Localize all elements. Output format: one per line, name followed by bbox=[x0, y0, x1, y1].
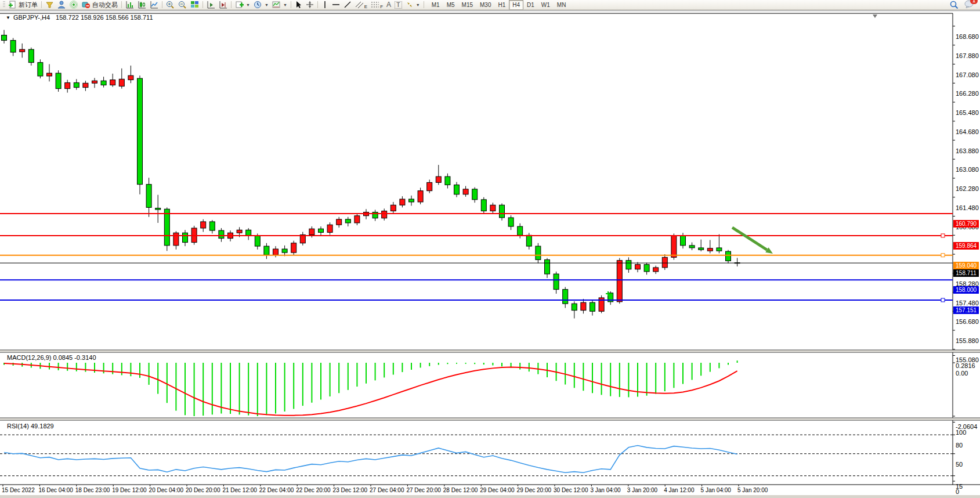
signals-icon bbox=[70, 1, 78, 9]
horizontal-line-icon bbox=[332, 1, 340, 9]
signals-button[interactable] bbox=[68, 1, 80, 9]
arrows-icon bbox=[406, 1, 414, 9]
candle-body bbox=[273, 249, 279, 255]
price-tick-label: 164.680 bbox=[956, 128, 979, 135]
candle-body bbox=[418, 191, 423, 202]
timeframe-button-m1[interactable]: M1 bbox=[428, 0, 443, 10]
timeframe-button-m5[interactable]: M5 bbox=[443, 0, 458, 10]
vertical-line-icon bbox=[321, 1, 328, 9]
macd-axis-label: 0.00 bbox=[956, 370, 968, 377]
date-label: 22 Dec 04:00 bbox=[259, 487, 294, 493]
cursor-button[interactable] bbox=[293, 1, 304, 9]
text-label-button[interactable]: T bbox=[393, 1, 404, 9]
new-order-button[interactable]: 新订单 bbox=[6, 1, 39, 9]
bar-chart-button[interactable] bbox=[124, 1, 136, 9]
candlestick-button[interactable] bbox=[136, 1, 148, 9]
auto-trading-button[interactable]: 自动交易 bbox=[80, 1, 120, 9]
candle-body bbox=[390, 205, 396, 211]
candle-body bbox=[146, 185, 151, 208]
chart-shift-button[interactable] bbox=[217, 1, 229, 9]
candle-body bbox=[183, 233, 188, 242]
auto-scroll-button[interactable] bbox=[205, 1, 217, 9]
timeframe-button-w1[interactable]: W1 bbox=[538, 0, 554, 10]
timeframe-button-m15[interactable]: M15 bbox=[458, 0, 476, 10]
zoom-in-button[interactable] bbox=[164, 1, 176, 9]
timeframe-button-h1[interactable]: H1 bbox=[494, 0, 509, 10]
price-tick-label: 168.680 bbox=[956, 33, 979, 40]
collapse-triangle-icon[interactable]: ▼ bbox=[6, 15, 10, 20]
candle-body bbox=[319, 229, 324, 232]
zoom-out-button[interactable] bbox=[176, 1, 189, 9]
chart-shift-marker[interactable] bbox=[873, 15, 877, 18]
channel-icon bbox=[355, 1, 364, 9]
search-icon[interactable] bbox=[950, 1, 959, 9]
candle-body bbox=[20, 49, 25, 52]
indicators-dropdown-arrow[interactable]: ▼ bbox=[246, 3, 250, 7]
line-chart-button[interactable] bbox=[148, 1, 160, 9]
price-badge-158.711: 158.711 bbox=[953, 269, 979, 277]
arrows-dropdown-arrow[interactable]: ▼ bbox=[416, 3, 420, 7]
candle-body bbox=[382, 211, 387, 218]
data-window-button[interactable] bbox=[56, 1, 68, 9]
date-label: 27 Dec 04:00 bbox=[370, 487, 404, 493]
clock-icon bbox=[254, 1, 262, 9]
notifications-button[interactable]: 1 bbox=[964, 0, 974, 9]
timeframe-button-mn[interactable]: MN bbox=[554, 0, 570, 10]
date-label: 29 Dec 20:00 bbox=[517, 487, 552, 493]
arrows-button[interactable]: ▼ bbox=[404, 1, 422, 9]
candle-body bbox=[707, 248, 713, 251]
date-label: 30 Dec 12:00 bbox=[554, 487, 588, 493]
pane-separator[interactable] bbox=[0, 418, 980, 420]
date-label: 28 Dec 12:00 bbox=[443, 487, 478, 493]
trendline-icon bbox=[343, 1, 352, 9]
price-badge-159.040: 159.040 bbox=[953, 262, 979, 269]
fibonacci-button[interactable]: F bbox=[369, 1, 385, 9]
indicators-icon bbox=[235, 1, 244, 9]
price-tick-label: 163.880 bbox=[956, 147, 979, 154]
channel-button[interactable]: E bbox=[353, 1, 369, 9]
text-tool-icon: A bbox=[386, 2, 391, 8]
line-handle[interactable] bbox=[941, 234, 945, 237]
price-tick-label: 157.480 bbox=[956, 299, 979, 306]
templates-button[interactable]: ▼ bbox=[270, 1, 289, 9]
templates-dropdown-arrow[interactable]: ▼ bbox=[283, 3, 287, 7]
price-tick-label: 156.680 bbox=[956, 318, 979, 325]
new-order-label: 新订单 bbox=[19, 1, 38, 9]
profiles-button[interactable] bbox=[44, 1, 56, 9]
horizontal-line-button[interactable] bbox=[330, 1, 342, 9]
periods-button[interactable]: ▼ bbox=[252, 1, 270, 9]
price-tick-label: 167.080 bbox=[956, 71, 979, 78]
timeframe-button-h4[interactable]: H4 bbox=[509, 0, 523, 10]
line-handle[interactable] bbox=[941, 254, 945, 257]
timeframe-button-m30[interactable]: M30 bbox=[476, 0, 494, 10]
crosshair-button[interactable] bbox=[304, 1, 316, 9]
candle-body bbox=[65, 82, 70, 88]
trend-arrow-line[interactable] bbox=[732, 228, 767, 250]
zoom-in-icon bbox=[166, 1, 175, 9]
tile-windows-icon bbox=[190, 1, 199, 9]
trendline-button[interactable] bbox=[342, 1, 353, 9]
indicators-button[interactable]: ▼ bbox=[233, 1, 252, 9]
candle-body bbox=[671, 236, 677, 257]
candle-body bbox=[209, 222, 215, 230]
pane-separator[interactable] bbox=[0, 350, 980, 352]
profiles-icon bbox=[45, 1, 54, 9]
price-badge-159.864: 159.864 bbox=[953, 242, 979, 250]
price-tick-label: 161.480 bbox=[956, 204, 979, 211]
chart-area[interactable]: ▼GBPJPY-,H4158.722 158.926 158.566 158.7… bbox=[0, 10, 980, 498]
text-label-icon: T bbox=[395, 1, 402, 9]
text-button[interactable]: A bbox=[385, 1, 393, 9]
candle-body bbox=[644, 265, 649, 272]
separator bbox=[231, 1, 232, 8]
date-label: 23 Dec 12:00 bbox=[333, 487, 368, 493]
periods-dropdown-arrow[interactable]: ▼ bbox=[265, 3, 269, 7]
timeframe-button-d1[interactable]: D1 bbox=[523, 0, 538, 10]
date-label: 21 Dec 12:00 bbox=[222, 487, 257, 493]
line-handle[interactable] bbox=[941, 298, 945, 302]
chart-symbol-title[interactable]: ▼GBPJPY-,H4158.722 158.926 158.566 158.7… bbox=[6, 14, 153, 21]
candle-body bbox=[164, 209, 169, 246]
vertical-line-button[interactable] bbox=[320, 1, 330, 9]
toolbar-grip bbox=[3, 1, 5, 8]
tile-windows-button[interactable] bbox=[189, 1, 201, 9]
candle-body bbox=[454, 185, 460, 194]
